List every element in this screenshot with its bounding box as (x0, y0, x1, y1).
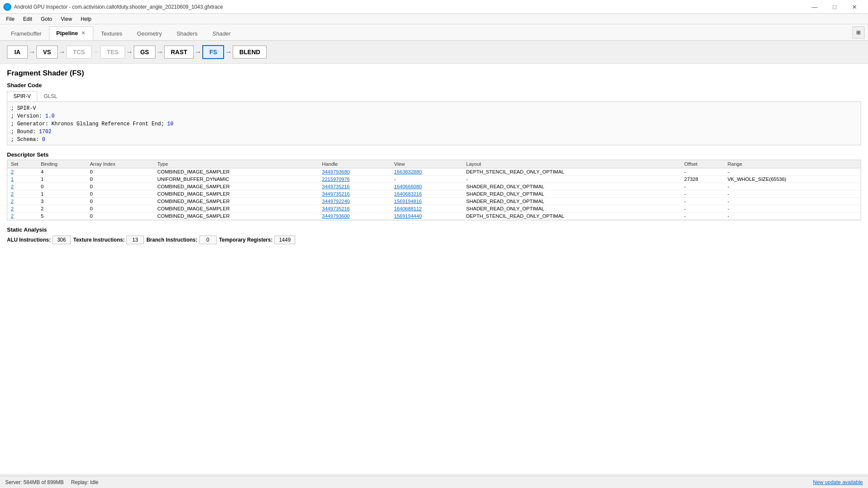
table-row: 110UNIFORM_BUFFER_DYNAMIC2215970976--273… (7, 176, 861, 183)
tabs: Framebuffer Pipeline ✕ Textures Geometry… (3, 26, 238, 40)
maximize-button[interactable]: □ (825, 0, 845, 14)
menu-bar: File Edit Goto View Help (0, 14, 868, 24)
title-text: Android GPU Inspector - com.activision.c… (14, 4, 223, 10)
title-bar-left: Android GPU Inspector - com.activision.c… (3, 3, 223, 11)
col-layout: Layout (463, 160, 681, 168)
stage-fs[interactable]: FS (202, 45, 224, 59)
row-5-handle-link[interactable]: 3449735216 (322, 206, 350, 211)
descriptor-table: Set Binding Array Index Type Handle View… (7, 160, 861, 220)
arrow-6: → (224, 48, 233, 56)
row-6-view-link[interactable]: 1569194440 (394, 213, 422, 219)
col-set: Set (7, 160, 37, 168)
stat-alu: ALU Instructions: 306 (7, 236, 71, 244)
stat-texture-label: Texture Instructions: (73, 237, 125, 243)
row-1-set-link[interactable]: 1 (11, 177, 13, 182)
code-line-5: ; Schema: 0 (11, 136, 857, 144)
col-array-index: Array Index (86, 160, 154, 168)
row-3-handle-link[interactable]: 3449735216 (322, 191, 350, 197)
table-row: 230COMBINED_IMAGE_SAMPLER344979224015691… (7, 198, 861, 205)
main-content: Fragment Shader (FS) Shader Code SPIR-V … (0, 64, 868, 474)
stage-vs[interactable]: VS (36, 46, 58, 59)
stat-texture: Texture Instructions: 13 (73, 236, 144, 244)
menu-view[interactable]: View (56, 15, 76, 23)
descriptor-table-wrapper[interactable]: Set Binding Array Index Type Handle View… (7, 160, 861, 220)
code-tab-spirv[interactable]: SPIR-V (7, 91, 37, 102)
menu-goto[interactable]: Goto (36, 15, 56, 23)
col-binding: Binding (37, 160, 86, 168)
col-range: Range (724, 160, 861, 168)
tab-bar: Framebuffer Pipeline ✕ Textures Geometry… (0, 24, 868, 41)
row-2-view-link[interactable]: 1640666080 (394, 184, 422, 189)
status-left: Server: 584MB of 899MB Replay: Idle (5, 479, 99, 485)
arrow-1: → (58, 48, 66, 56)
tab-textures[interactable]: Textures (93, 26, 129, 40)
static-analysis-label: Static Analysis (7, 226, 861, 233)
stat-texture-value: 13 (126, 236, 144, 244)
stat-branch: Branch Instructions: 0 (146, 236, 216, 244)
col-type: Type (154, 160, 318, 168)
shader-code-label: Shader Code (7, 82, 861, 88)
row-2-handle-link[interactable]: 3449735216 (322, 184, 350, 189)
tab-shader[interactable]: Shader (205, 26, 238, 40)
col-handle: Handle (319, 160, 391, 168)
pipeline-diagram: IA → VS → TCS → TES → GS → RAST → FS → B… (7, 45, 861, 59)
row-4-handle-link[interactable]: 3449792240 (322, 199, 350, 204)
row-6-set-link[interactable]: 2 (11, 213, 13, 219)
arrow-2: → (92, 48, 100, 56)
tab-expand-button[interactable]: ⊞ (852, 26, 865, 39)
row-0-view-link[interactable]: 1663832880 (394, 169, 422, 174)
code-tabs: SPIR-V GLSL (7, 91, 861, 102)
arrow-3: → (125, 48, 134, 56)
stat-branch-label: Branch Instructions: (146, 237, 197, 243)
stage-tcs[interactable]: TCS (66, 46, 92, 59)
window-controls: — □ ✕ (805, 0, 865, 14)
page-title: Fragment Shader (FS) (7, 69, 861, 78)
table-row: 220COMBINED_IMAGE_SAMPLER344973521616406… (7, 205, 861, 213)
row-0-handle-link[interactable]: 3449793680 (322, 169, 350, 174)
tab-framebuffer[interactable]: Framebuffer (3, 26, 49, 40)
table-row: 240COMBINED_IMAGE_SAMPLER344979368016638… (7, 168, 861, 176)
code-tab-glsl[interactable]: GLSL (37, 91, 64, 102)
stage-gs[interactable]: GS (134, 46, 155, 59)
stat-branch-value: 0 (199, 236, 217, 244)
static-analysis-row: ALU Instructions: 306 Texture Instructio… (7, 236, 861, 244)
tab-pipeline-close[interactable]: ✕ (80, 30, 86, 36)
stage-rast[interactable]: RAST (164, 46, 194, 59)
tab-geometry[interactable]: Geometry (130, 26, 169, 40)
stage-ia[interactable]: IA (7, 46, 28, 59)
row-5-set-link[interactable]: 2 (11, 206, 13, 211)
stat-registers: Temporary Registers: 1449 (219, 236, 296, 244)
stage-blend[interactable]: BLEND (233, 46, 267, 59)
minimize-button[interactable]: — (805, 0, 825, 14)
row-3-view-link[interactable]: 1640683216 (394, 191, 422, 197)
code-block[interactable]: ; SPIR-V ; Version: 1.0 ; Generator: Khr… (7, 102, 861, 145)
menu-help[interactable]: Help (76, 15, 96, 23)
arrow-5: → (194, 48, 202, 56)
code-line-3: ; Generator: Khronos Glslang Reference F… (11, 120, 857, 128)
close-button[interactable]: ✕ (845, 0, 865, 14)
tab-pipeline[interactable]: Pipeline ✕ (49, 26, 94, 40)
menu-file[interactable]: File (2, 15, 19, 23)
table-row: 250COMBINED_IMAGE_SAMPLER344979360015691… (7, 213, 861, 220)
tab-shaders[interactable]: Shaders (169, 26, 205, 40)
table-row: 210COMBINED_IMAGE_SAMPLER344973521616406… (7, 190, 861, 198)
arrow-4: → (155, 48, 164, 56)
row-4-view-link[interactable]: 1569194816 (394, 199, 422, 204)
app-icon (3, 3, 11, 11)
code-line-4: ; Bound: 1702 (11, 128, 857, 136)
descriptor-tbody: 240COMBINED_IMAGE_SAMPLER344979368016638… (7, 168, 861, 220)
row-0-set-link[interactable]: 2 (11, 169, 13, 174)
row-2-set-link[interactable]: 2 (11, 184, 13, 189)
title-bar: Android GPU Inspector - com.activision.c… (0, 0, 868, 14)
row-6-handle-link[interactable]: 3449793600 (322, 213, 350, 219)
row-4-set-link[interactable]: 2 (11, 199, 13, 204)
row-3-set-link[interactable]: 2 (11, 191, 13, 197)
pipeline-section: IA → VS → TCS → TES → GS → RAST → FS → B… (0, 41, 868, 64)
stat-alu-value: 306 (53, 236, 71, 244)
row-5-view-link[interactable]: 1640688112 (394, 206, 422, 211)
row-1-handle-link[interactable]: 2215970976 (322, 177, 350, 182)
replay-status: Replay: Idle (71, 479, 98, 485)
stage-tes[interactable]: TES (100, 46, 125, 59)
update-link[interactable]: New update available (813, 479, 863, 485)
menu-edit[interactable]: Edit (19, 15, 36, 23)
